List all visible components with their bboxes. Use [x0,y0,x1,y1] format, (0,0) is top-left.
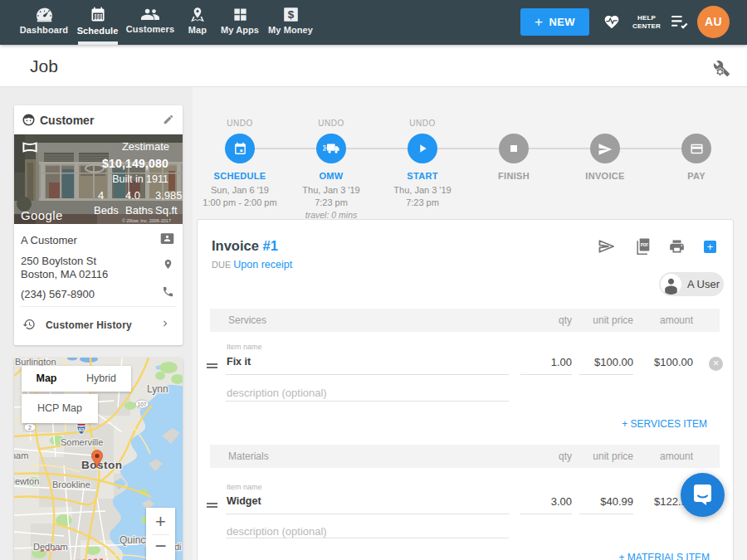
svg-text:2: 2 [28,425,32,431]
svg-text:Somerville: Somerville [61,437,103,447]
svg-text:Boston: Boston [81,459,123,471]
svg-text:ham: ham [14,450,28,460]
svg-text:di: di [174,542,182,552]
svg-text:Lynn: Lynn [147,383,168,395]
svg-text:Dedham: Dedham [33,542,68,552]
svg-text:Brookline: Brookline [52,480,90,489]
svg-text:107: 107 [138,402,147,407]
svg-text:Newton: Newton [14,476,39,486]
svg-text:$: $ [287,8,294,21]
svg-text:93: 93 [79,426,85,432]
svg-text:PDF: PDF [641,243,649,247]
